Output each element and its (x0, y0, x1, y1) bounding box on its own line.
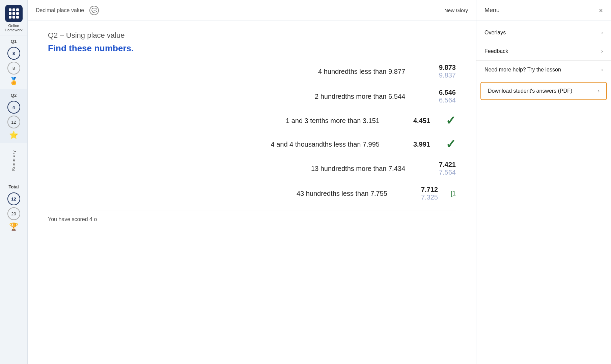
q1-total: 8 (7, 62, 20, 74)
answer-row: 13 hundredths more than 7.434 7.421 7.56… (48, 161, 456, 176)
row-3-correct: 3.991 (413, 141, 430, 148)
q2-label: Q2 (11, 93, 17, 98)
menu-item-lesson[interactable]: Need more help? Try the lesson › (476, 61, 611, 79)
row-5-student: 7.325 (421, 193, 438, 201)
sidebar-q1-section[interactable]: Q1 8 8 🏅 (0, 35, 27, 89)
row-1-correct: 6.546 (439, 89, 456, 96)
menu-item-overlays[interactable]: Overlays › (476, 24, 611, 42)
score-footer: You have scored 4 o (48, 211, 456, 222)
app-name-label: Online Homework (0, 24, 27, 32)
q2-badge: ⭐ (9, 131, 18, 140)
close-button[interactable]: × (599, 7, 603, 14)
row-1-values: 6.546 6.564 (429, 89, 456, 104)
lesson-arrow-icon: › (601, 67, 603, 73)
answer-row: 2 hundredths more than 6.544 6.546 6.564 (48, 89, 456, 104)
row-2-values: 4.451 (403, 117, 430, 125)
total-score: 12 (7, 192, 20, 205)
total-badge: 🏆 (9, 222, 18, 231)
menu-header: Menu × (476, 0, 611, 21)
row-0-correct: 9.873 (439, 64, 456, 71)
row-4-question: 13 hundredths more than 7.434 (48, 165, 419, 173)
row-4-student: 7.564 (439, 169, 456, 176)
sidebar-summary-section[interactable]: Summary (0, 143, 27, 178)
row-5-values: 7.712 7.325 (411, 186, 438, 201)
answer-row: 4 and 4 thousandths less than 7.995 3.99… (48, 137, 456, 151)
menu-panel: Menu × Overlays › Feedback › Need more h… (476, 0, 611, 364)
question-area: Q2 – Using place value Find these number… (28, 21, 476, 364)
q1-label: Q1 (11, 39, 17, 44)
answer-row: 43 hundredths less than 7.755 7.712 7.32… (48, 186, 456, 201)
feedback-icon[interactable]: 💬 (89, 6, 99, 15)
main-content: Decimal place value 💬 New Glory Q2 – Usi… (28, 0, 476, 364)
user-name: New Glory (444, 7, 468, 13)
row-3-values: 3.991 (403, 141, 430, 148)
summary-label: Summary (11, 147, 16, 175)
sidebar-total-section[interactable]: Total 12 20 🏆 (0, 178, 27, 235)
row-0-values: 9.873 9.837 (429, 64, 456, 79)
question-title: Q2 – Using place value (48, 31, 456, 40)
row-0-student: 9.837 (439, 71, 456, 79)
menu-item-feedback[interactable]: Feedback › (476, 42, 611, 61)
row-5-correct: 7.712 (421, 186, 438, 193)
question-subtitle: Find these numbers. (48, 43, 456, 54)
menu-item-download-pdf[interactable]: Download student's answers (PDF) › (480, 82, 607, 100)
q2-total: 12 (7, 116, 20, 128)
row-5-bracket: [1 (451, 190, 456, 197)
row-2-correct: 4.451 (413, 117, 430, 125)
row-3-question: 4 and 4 thousandths less than 7.995 (48, 141, 393, 148)
menu-item-lesson-label: Need more help? Try the lesson (484, 67, 561, 73)
answer-row: 4 hundredths less than 9.877 9.873 9.837 (48, 64, 456, 79)
menu-item-feedback-label: Feedback (484, 48, 508, 54)
download-arrow-icon: › (598, 88, 600, 94)
q1-badge: 🏅 (9, 77, 18, 86)
row-5-question: 43 hundredths less than 7.755 (48, 190, 401, 198)
sidebar-q2-section[interactable]: Q2 4 12 ⭐ (0, 89, 27, 143)
overlays-arrow-icon: › (601, 30, 603, 36)
feedback-arrow-icon: › (601, 48, 603, 54)
app-logo[interactable] (5, 5, 23, 22)
answer-row: 1 and 3 tenths more than 3.151 4.451 ✓ (48, 114, 456, 128)
sidebar: Online Homework Q1 8 8 🏅 Q2 4 12 ⭐ Summa… (0, 0, 28, 364)
main-header: Decimal place value 💬 New Glory (28, 0, 476, 21)
menu-item-overlays-label: Overlays (484, 30, 506, 36)
subject-title: Decimal place value (36, 7, 84, 13)
total-label: Total (8, 184, 19, 189)
menu-items-list: Overlays › Feedback › Need more help? Tr… (476, 21, 611, 105)
row-4-correct: 7.421 (439, 161, 456, 169)
row-1-question: 2 hundredths more than 6.544 (48, 93, 419, 100)
total-total: 20 (7, 207, 20, 220)
row-3-tick: ✓ (446, 137, 456, 151)
row-2-tick: ✓ (446, 114, 456, 128)
q2-score: 4 (7, 101, 20, 114)
q1-score: 8 (7, 47, 20, 60)
row-0-question: 4 hundredths less than 9.877 (48, 68, 419, 75)
row-1-student: 6.564 (439, 96, 456, 104)
row-4-values: 7.421 7.564 (429, 161, 456, 176)
row-2-question: 1 and 3 tenths more than 3.151 (48, 117, 393, 125)
menu-item-download-label: Download student's answers (PDF) (488, 88, 572, 94)
menu-title: Menu (484, 7, 500, 14)
